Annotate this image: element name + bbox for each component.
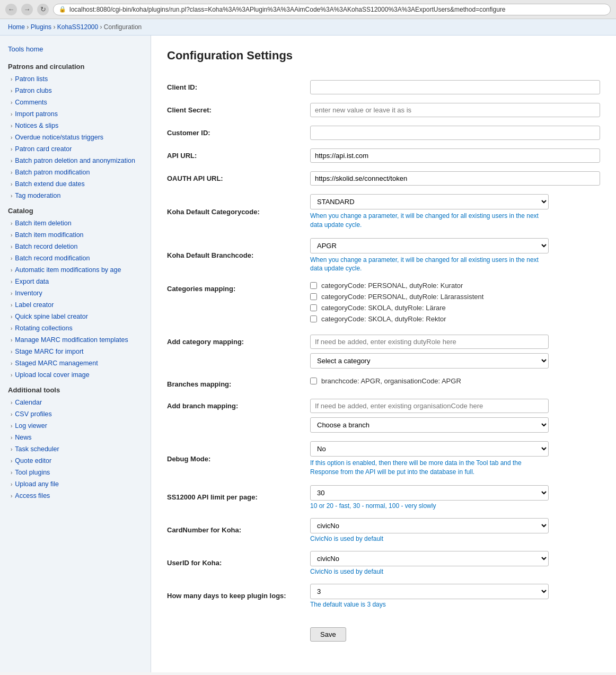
sidebar-item-comments[interactable]: ›Comments (0, 97, 151, 108)
sidebar-item-batch-patron-deletion[interactable]: ›Batch patron deletion and anonymization (0, 155, 151, 166)
sidebar-item-notices-slips[interactable]: ›Notices & slips (0, 120, 151, 132)
sidebar-item-batch-item-modification[interactable]: ›Batch item modification (0, 229, 151, 241)
sidebar-item-task-scheduler[interactable]: ›Task scheduler (0, 443, 151, 455)
category-mapping-checkbox-2[interactable] (310, 304, 317, 311)
sidebar-item-batch-record-modification[interactable]: ›Batch record modification (0, 252, 151, 264)
sidebar-item-export-data[interactable]: ›Export data (0, 276, 151, 287)
sidebar-item-automatic-item-modifications[interactable]: ›Automatic item modifications by age (0, 264, 151, 276)
sidebar-item-upload-cover[interactable]: ›Upload local cover image (0, 369, 151, 381)
sidebar-item-upload-any-file[interactable]: ›Upload any file (0, 478, 151, 490)
save-button[interactable]: Save (310, 627, 346, 642)
api-url-label: API URL: (167, 152, 197, 160)
api-url-input[interactable] (310, 148, 600, 163)
add-category-select[interactable]: Select a category (310, 353, 549, 369)
sidebar-item-stage-marc[interactable]: ›Stage MARC for import (0, 346, 151, 357)
category-mapping-checkbox-1[interactable] (310, 293, 317, 300)
categories-mapping-row: Categories mapping: categoryCode: PERSON… (167, 277, 600, 330)
page-wrapper: Tools home Patrons and circulation ›Patr… (0, 36, 616, 672)
add-category-group: Select a category (310, 335, 549, 369)
sidebar-item-news[interactable]: ›News (0, 432, 151, 443)
sidebar-item-quote-editor[interactable]: ›Quote editor (0, 455, 151, 467)
plugin-logs-label: How many days to keep plugin logs: (167, 592, 286, 600)
api-limit-hint: 10 or 20 - fast, 30 - normal, 100 - very… (310, 502, 600, 510)
sidebar-item-calendar[interactable]: ›Calendar (0, 397, 151, 408)
sidebar-item-csv-profiles[interactable]: ›CSV profiles (0, 408, 151, 420)
plugin-logs-select[interactable]: 1 3 7 14 30 (310, 584, 549, 599)
customer-id-input[interactable] (310, 126, 600, 140)
sidebar-item-patron-lists[interactable]: ›Patron lists (0, 73, 151, 85)
cardnumber-label: CardNumber for Koha: (167, 526, 241, 534)
branch-mapping-checkbox-0[interactable] (310, 378, 317, 384)
branchcode-label: Koha Default Branchcode: (167, 251, 253, 259)
categorycode-label: Koha Default Categorycode: (167, 208, 260, 216)
category-mapping-item-2: categoryCode: SKOLA, dutyRole: Lärare (310, 304, 600, 312)
client-secret-row: Client Secret: (167, 99, 600, 121)
sidebar-item-label-creator[interactable]: ›Label creator (0, 299, 151, 311)
add-branch-orgcode-input[interactable] (310, 399, 549, 413)
categorycode-select[interactable]: STANDARD (310, 194, 549, 209)
reload-button[interactable]: ↻ (37, 4, 49, 15)
category-mapping-checkbox-0[interactable] (310, 282, 317, 289)
sidebar-item-patron-clubs[interactable]: ›Patron clubs (0, 85, 151, 97)
forward-button[interactable]: → (21, 4, 33, 15)
tools-home-link[interactable]: Tools home (0, 41, 151, 57)
form-table: Client ID: Client Secret: Customer ID: (167, 76, 600, 646)
sidebar-item-batch-extend-due-dates[interactable]: ›Batch extend due dates (0, 178, 151, 190)
back-button[interactable]: ← (5, 4, 17, 15)
client-secret-input[interactable] (310, 103, 600, 117)
breadcrumb-kohass12000[interactable]: KohaSS12000 (57, 23, 98, 31)
categories-mapping-label: Categories mapping: (167, 285, 235, 293)
plugin-logs-row: How many days to keep plugin logs: 1 3 7… (167, 580, 600, 612)
oauth-url-label: OAUTH API URL: (167, 174, 223, 182)
sidebar-item-access-files[interactable]: ›Access files (0, 490, 151, 502)
branchcode-select[interactable]: APGR (310, 238, 549, 253)
add-branch-select[interactable]: Choose a branch (310, 417, 549, 433)
sidebar-item-log-viewer[interactable]: ›Log viewer (0, 420, 151, 432)
cardnumber-select[interactable]: civicNo (310, 518, 549, 533)
branches-mapping-label: Branches mapping: (167, 380, 231, 388)
branches-mapping-row: Branches mapping: branchcode: APGR, orga… (167, 373, 600, 395)
breadcrumb-plugins[interactable]: Plugins (31, 23, 51, 31)
sidebar-item-manage-marc[interactable]: ›Manage MARC modification templates (0, 334, 151, 346)
save-row: Save (167, 612, 600, 646)
category-mapping-item-3: categoryCode: SKOLA, dutyRole: Rektor (310, 315, 600, 323)
plugin-logs-hint: The default value is 3 days (310, 601, 600, 608)
category-mapping-checkbox-3[interactable] (310, 315, 317, 322)
customer-id-label: Customer ID: (167, 129, 210, 137)
breadcrumb: Home › Plugins › KohaSS12000 › Configura… (0, 19, 616, 36)
api-limit-row: SS12000 API limit per page: 10 20 30 100… (167, 481, 600, 514)
sidebar-item-batch-record-deletion[interactable]: ›Batch record deletion (0, 241, 151, 252)
sidebar-item-tool-plugins[interactable]: ›Tool plugins (0, 467, 151, 478)
sidebar-item-import-patrons[interactable]: ›Import patrons (0, 108, 151, 120)
sidebar-item-quick-spine-label[interactable]: ›Quick spine label creator (0, 311, 151, 322)
customer-id-row: Customer ID: (167, 121, 600, 144)
client-id-input[interactable] (310, 80, 600, 94)
add-branch-group: Choose a branch (310, 399, 549, 433)
address-bar[interactable]: 🔒 localhost:8080/cgi-bin/koha/plugins/ru… (53, 4, 611, 15)
client-id-row: Client ID: (167, 76, 600, 99)
sidebar-item-batch-patron-modification[interactable]: ›Batch patron modification (0, 166, 151, 178)
sidebar-section-additional: Additional tools (0, 381, 151, 397)
cardnumber-row: CardNumber for Koha: civicNo CivicNo is … (167, 514, 600, 547)
userid-hint: CivicNo is used by default (310, 568, 600, 575)
debug-mode-row: Debug Mode: No Yes If this option is ena… (167, 437, 600, 481)
debug-mode-select[interactable]: No Yes (310, 441, 549, 457)
add-category-dutyrole-input[interactable] (310, 335, 549, 349)
sidebar-item-patron-card-creator[interactable]: ›Patron card creator (0, 143, 151, 155)
sidebar-item-tag-moderation[interactable]: ›Tag moderation (0, 190, 151, 201)
sidebar-item-overdue-notice[interactable]: ›Overdue notice/status triggers (0, 132, 151, 143)
sidebar-item-batch-item-deletion[interactable]: ›Batch item deletion (0, 217, 151, 229)
sidebar-section-catalog: Catalog (0, 201, 151, 217)
oauth-url-input[interactable] (310, 171, 600, 186)
api-limit-select[interactable]: 10 20 30 100 (310, 485, 549, 501)
debug-mode-hint: If this option is enabled, then there wi… (310, 459, 549, 477)
add-category-mapping-row: Add category mapping: Select a category (167, 330, 600, 373)
sidebar-item-inventory[interactable]: ›Inventory (0, 287, 151, 299)
categorycode-row: Koha Default Categorycode: STANDARD When… (167, 190, 600, 234)
sidebar-item-staged-marc[interactable]: ›Staged MARC management (0, 357, 151, 369)
api-limit-label: SS12000 API limit per page: (167, 493, 258, 501)
userid-select[interactable]: civicNo (310, 551, 549, 566)
sidebar-section-patrons: Patrons and circulation (0, 57, 151, 73)
sidebar-item-rotating-collections[interactable]: ›Rotating collections (0, 322, 151, 334)
breadcrumb-home[interactable]: Home (8, 23, 25, 31)
